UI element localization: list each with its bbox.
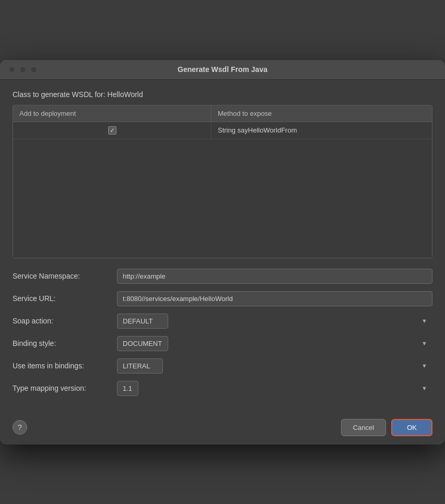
form-section: Service Namespace: Service URL: Soap act…: [13, 269, 432, 396]
title-bar: Generate Wsdl From Java: [0, 60, 445, 80]
dialog-title: Generate Wsdl From Java: [178, 65, 267, 74]
class-label: Class to generate WSDL for: HelloWorld: [13, 90, 432, 99]
service-namespace-label: Service Namespace:: [13, 272, 117, 280]
binding-style-label: Binding style:: [13, 339, 117, 347]
table-row: String sayHelloWorldFrom: [13, 122, 432, 139]
maximize-button[interactable]: [30, 66, 37, 73]
binding-style-select[interactable]: DOCUMENT RPC: [117, 336, 168, 351]
type-mapping-select[interactable]: 1.1 1.2 1.3: [117, 381, 138, 396]
type-mapping-label: Type mapping version:: [13, 384, 117, 392]
cancel-button[interactable]: Cancel: [341, 419, 386, 436]
dialog-body: Class to generate WSDL for: HelloWorld A…: [0, 80, 445, 406]
deployment-checkbox[interactable]: [108, 126, 116, 135]
soap-action-select-wrapper: DEFAULT NONE OPERATION: [117, 314, 432, 329]
binding-style-row: Binding style: DOCUMENT RPC: [13, 336, 432, 351]
methods-table: Add to deployment Method to expose Strin…: [13, 105, 432, 258]
type-mapping-select-wrapper: 1.1 1.2 1.3: [117, 381, 432, 396]
service-url-row: Service URL:: [13, 291, 432, 306]
footer-buttons: Cancel OK: [341, 419, 432, 436]
soap-action-row: Soap action: DEFAULT NONE OPERATION: [13, 314, 432, 329]
traffic-lights: [8, 66, 37, 73]
soap-action-select[interactable]: DEFAULT NONE OPERATION: [117, 314, 168, 329]
dialog-footer: ? Cancel OK: [0, 411, 445, 445]
table-body: String sayHelloWorldFrom: [13, 122, 432, 258]
header-deployment: Add to deployment: [13, 105, 212, 122]
type-mapping-row: Type mapping version: 1.1 1.2 1.3: [13, 381, 432, 396]
use-items-select[interactable]: LITERAL ENCODED: [117, 358, 163, 374]
dialog-container: Generate Wsdl From Java Class to generat…: [0, 60, 445, 445]
table-cell-method: String sayHelloWorldFrom: [212, 122, 432, 139]
use-items-label: Use items in bindings:: [13, 362, 117, 370]
service-url-input[interactable]: [117, 291, 432, 306]
ok-button[interactable]: OK: [391, 419, 432, 436]
service-namespace-row: Service Namespace:: [13, 269, 432, 284]
table-cell-checkbox[interactable]: [13, 122, 212, 139]
soap-action-label: Soap action:: [13, 317, 117, 325]
help-button[interactable]: ?: [13, 420, 27, 435]
use-items-select-wrapper: LITERAL ENCODED: [117, 358, 432, 374]
minimize-button[interactable]: [19, 66, 26, 73]
service-namespace-input[interactable]: [117, 269, 432, 284]
use-items-row: Use items in bindings: LITERAL ENCODED: [13, 358, 432, 374]
binding-style-select-wrapper: DOCUMENT RPC: [117, 336, 432, 351]
close-button[interactable]: [8, 66, 15, 73]
table-header: Add to deployment Method to expose: [13, 105, 432, 122]
header-method: Method to expose: [212, 105, 432, 122]
service-url-label: Service URL:: [13, 294, 117, 303]
